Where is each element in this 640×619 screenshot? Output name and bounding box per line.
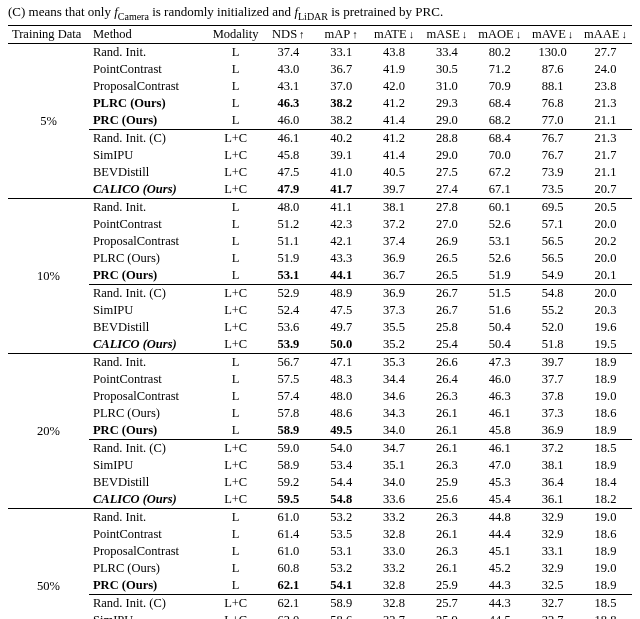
modality-cell: L xyxy=(209,216,262,233)
value-cell: 33.1 xyxy=(526,543,579,560)
modality-cell: L xyxy=(209,267,262,285)
value-cell: 19.6 xyxy=(579,319,632,336)
value-cell: 60.8 xyxy=(262,560,315,577)
method-cell: ProposalContrast xyxy=(89,78,209,95)
value-cell: 41.0 xyxy=(315,164,368,181)
value-cell: 34.6 xyxy=(368,388,421,405)
value-cell: 27.8 xyxy=(420,199,473,217)
arrow-down-icon: ↓ xyxy=(407,28,415,40)
value-cell: 34.4 xyxy=(368,371,421,388)
value-cell: 40.2 xyxy=(315,130,368,148)
value-cell: 76.7 xyxy=(526,147,579,164)
value-cell: 46.3 xyxy=(473,388,526,405)
value-cell: 47.5 xyxy=(315,302,368,319)
value-cell: 45.8 xyxy=(262,147,315,164)
value-cell: 32.9 xyxy=(526,560,579,577)
value-cell: 76.8 xyxy=(526,95,579,112)
training-data-cell: 50% xyxy=(8,509,89,619)
table-row: PLRC (Ours)L46.338.241.229.368.476.821.3 xyxy=(8,95,632,112)
table-row: PRC (Ours)L53.144.136.726.551.954.920.1 xyxy=(8,267,632,285)
arrow-up-icon: ↑ xyxy=(297,28,305,40)
modality-cell: L xyxy=(209,112,262,130)
value-cell: 26.1 xyxy=(420,440,473,458)
value-cell: 41.1 xyxy=(315,199,368,217)
value-cell: 38.1 xyxy=(526,457,579,474)
value-cell: 21.7 xyxy=(579,147,632,164)
value-cell: 35.5 xyxy=(368,319,421,336)
method-cell: PointContrast xyxy=(89,371,209,388)
arrow-down-icon: ↓ xyxy=(619,28,627,40)
value-cell: 36.9 xyxy=(368,285,421,303)
value-cell: 68.4 xyxy=(473,130,526,148)
value-cell: 21.3 xyxy=(579,130,632,148)
value-cell: 56.5 xyxy=(526,250,579,267)
value-cell: 53.4 xyxy=(315,457,368,474)
table-row: SimIPUL+C58.953.435.126.347.038.118.9 xyxy=(8,457,632,474)
table-row: 50%Rand. Init.L61.053.233.226.344.832.91… xyxy=(8,509,632,527)
value-cell: 36.9 xyxy=(526,422,579,440)
value-cell: 38.2 xyxy=(315,112,368,130)
value-cell: 44.4 xyxy=(473,526,526,543)
value-cell: 21.1 xyxy=(579,164,632,181)
value-cell: 35.2 xyxy=(368,336,421,354)
value-cell: 27.0 xyxy=(420,216,473,233)
table-caption: (C) means that only fCamera is randomly … xyxy=(8,4,632,23)
table-row: CALICO (Ours)L+C53.950.035.225.450.451.8… xyxy=(8,336,632,354)
value-cell: 60.1 xyxy=(473,199,526,217)
value-cell: 25.8 xyxy=(420,319,473,336)
value-cell: 18.9 xyxy=(579,543,632,560)
value-cell: 39.7 xyxy=(526,354,579,372)
modality-cell: L+C xyxy=(209,302,262,319)
value-cell: 61.0 xyxy=(262,543,315,560)
value-cell: 33.6 xyxy=(368,491,421,509)
arrow-down-icon: ↓ xyxy=(566,28,574,40)
value-cell: 40.5 xyxy=(368,164,421,181)
col-map: mAP↑ xyxy=(315,26,368,44)
modality-cell: L xyxy=(209,233,262,250)
value-cell: 20.0 xyxy=(579,250,632,267)
value-cell: 71.2 xyxy=(473,61,526,78)
table-row: Rand. Init. (C)L+C52.948.936.926.751.554… xyxy=(8,285,632,303)
value-cell: 33.2 xyxy=(368,509,421,527)
value-cell: 57.4 xyxy=(262,388,315,405)
value-cell: 42.1 xyxy=(315,233,368,250)
value-cell: 46.0 xyxy=(473,371,526,388)
value-cell: 54.0 xyxy=(315,440,368,458)
value-cell: 26.6 xyxy=(420,354,473,372)
modality-cell: L xyxy=(209,422,262,440)
value-cell: 48.0 xyxy=(315,388,368,405)
value-cell: 18.9 xyxy=(579,577,632,595)
value-cell: 45.3 xyxy=(473,474,526,491)
modality-cell: L+C xyxy=(209,319,262,336)
modality-cell: L+C xyxy=(209,595,262,613)
value-cell: 27.4 xyxy=(420,181,473,199)
modality-cell: L+C xyxy=(209,164,262,181)
value-cell: 20.5 xyxy=(579,199,632,217)
table-row: PointContrastL57.548.334.426.446.037.718… xyxy=(8,371,632,388)
value-cell: 25.7 xyxy=(420,595,473,613)
value-cell: 37.3 xyxy=(526,405,579,422)
value-cell: 41.2 xyxy=(368,130,421,148)
method-cell: PLRC (Ours) xyxy=(89,560,209,577)
modality-cell: L xyxy=(209,371,262,388)
value-cell: 37.4 xyxy=(368,233,421,250)
value-cell: 18.9 xyxy=(579,457,632,474)
table-row: PointContrastL43.036.741.930.571.287.624… xyxy=(8,61,632,78)
table-row: BEVDistillL+C59.254.434.025.945.336.418.… xyxy=(8,474,632,491)
method-cell: PLRC (Ours) xyxy=(89,405,209,422)
value-cell: 20.7 xyxy=(579,181,632,199)
value-cell: 48.6 xyxy=(315,405,368,422)
value-cell: 32.9 xyxy=(526,509,579,527)
value-cell: 46.3 xyxy=(262,95,315,112)
value-cell: 38.1 xyxy=(368,199,421,217)
value-cell: 18.9 xyxy=(579,354,632,372)
modality-cell: L xyxy=(209,61,262,78)
method-cell: PointContrast xyxy=(89,61,209,78)
value-cell: 47.0 xyxy=(473,457,526,474)
value-cell: 20.1 xyxy=(579,267,632,285)
modality-cell: L xyxy=(209,560,262,577)
modality-cell: L+C xyxy=(209,147,262,164)
modality-cell: L xyxy=(209,405,262,422)
method-cell: Rand. Init. xyxy=(89,199,209,217)
method-cell: SimIPU xyxy=(89,457,209,474)
